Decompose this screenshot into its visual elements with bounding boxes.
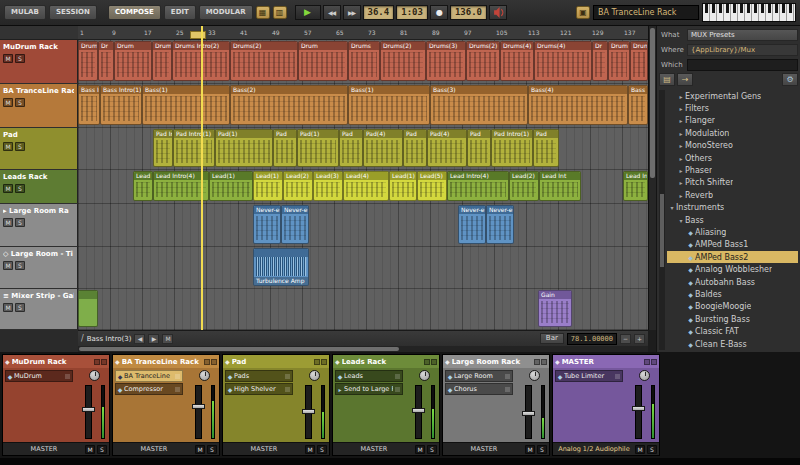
audio-mute-icon[interactable] [489, 5, 507, 20]
clip[interactable]: Pad [467, 129, 491, 167]
track-header[interactable]: ▸ Large Room RaMS [0, 204, 78, 247]
strip-solo-button[interactable]: S [207, 445, 217, 454]
track-mute-button[interactable]: M [3, 98, 13, 107]
track-lane[interactable]: Bass IntBass Intro(1)Bass(1)Bass(2)Bass(… [78, 84, 648, 128]
device-edit-button[interactable] [505, 374, 510, 379]
tree-item[interactable]: ▸MonoStereo [667, 140, 798, 152]
tree-item[interactable]: ▸Pitch Shifter [667, 177, 798, 189]
clip[interactable]: Lead Int [133, 171, 153, 201]
strip-menu-button[interactable] [101, 359, 107, 365]
horizontal-scrollbar-thumb[interactable] [79, 347, 399, 351]
tree-item[interactable]: ▾Instruments [667, 202, 798, 214]
device-slot[interactable]: ◆Large Room [445, 370, 513, 382]
strip-collapse-button[interactable] [534, 359, 540, 365]
clip[interactable]: Lead(2) [283, 171, 313, 201]
clip[interactable]: Drum [114, 41, 152, 81]
track-mute-button[interactable]: M [3, 54, 13, 63]
track-solo-button[interactable]: S [15, 184, 25, 193]
strip-menu-button[interactable] [541, 359, 547, 365]
pan-knob[interactable] [309, 370, 320, 381]
strip-mute-button[interactable]: M [415, 445, 425, 454]
strip-menu-button[interactable] [431, 359, 437, 365]
volume-fader[interactable] [81, 385, 105, 439]
clip[interactable]: Pad(4) [363, 129, 403, 167]
device-edit-button[interactable] [175, 387, 180, 392]
clip[interactable]: Never-e [458, 205, 486, 244]
tree-scrollbar[interactable] [659, 90, 665, 350]
clip[interactable]: Pad [533, 129, 559, 167]
pan-knob[interactable] [419, 370, 430, 381]
volume-fader[interactable] [631, 385, 655, 439]
tree-item[interactable]: ▸Reverb [667, 189, 798, 201]
clip[interactable]: Lead(4) [343, 171, 389, 201]
track-lane[interactable]: Gain [78, 289, 648, 330]
device-slot[interactable]: ▸Send to Large R [335, 383, 403, 395]
strip-mute-button[interactable]: M [525, 445, 535, 454]
clip[interactable]: Lead(1) [253, 171, 283, 201]
clip[interactable]: Pad Intro(1) [173, 129, 215, 167]
strip-mute-button[interactable]: M [305, 445, 315, 454]
what-select[interactable]: MUX Presets [687, 29, 798, 41]
device-edit-button[interactable] [395, 374, 400, 379]
track-mute-button[interactable]: M [3, 184, 13, 193]
go-icon[interactable]: → [677, 73, 693, 86]
fader-handle[interactable] [302, 409, 315, 414]
pan-knob[interactable] [529, 370, 540, 381]
clip[interactable]: Lead(5) [417, 171, 447, 201]
zoom-in-button[interactable]: + [634, 334, 645, 344]
track-lane[interactable]: DrumsDrDrumDrumsDrums Intro(2)Drums(2)Dr… [78, 40, 648, 84]
track-header[interactable]: BA TranceLine RackMS [0, 84, 78, 128]
track-solo-button[interactable]: S [15, 54, 25, 63]
tree-item[interactable]: ◆AMPed Bass2 [667, 251, 798, 263]
device-slot[interactable]: ◆Compressor [115, 383, 183, 395]
tree-item[interactable]: ◆Analog Wobblesher [667, 263, 798, 275]
device-slot[interactable]: ◆Chorus [445, 383, 513, 395]
tab-compose[interactable]: COMPOSE [108, 5, 161, 20]
session-menu-button[interactable]: SESSION [49, 5, 97, 20]
clip[interactable]: Lead(1) [209, 171, 253, 201]
clip[interactable]: Drums [348, 41, 380, 81]
fader-handle[interactable] [522, 411, 535, 416]
fader-handle[interactable] [192, 404, 205, 409]
clip[interactable]: Lead Int [539, 171, 581, 201]
track-mute-button[interactable]: M [3, 303, 13, 312]
layout-rows-icon[interactable]: ▥ [273, 6, 287, 19]
tree-item[interactable]: ▸Modulation [667, 127, 798, 139]
device-edit-button[interactable] [505, 387, 510, 392]
zoom-out-button[interactable]: − [620, 334, 631, 344]
clip[interactable]: Never-e [253, 205, 281, 244]
clip[interactable]: Lead(1) [389, 171, 417, 201]
strip-menu-button[interactable] [321, 359, 327, 365]
mixer-strip-header[interactable]: ◆Large Room Rack [443, 355, 549, 368]
clip[interactable]: Drums [78, 41, 98, 81]
clip[interactable]: Pad Intr [153, 129, 173, 167]
pan-knob[interactable] [89, 370, 100, 381]
clip[interactable]: Never-e [281, 205, 309, 244]
clip[interactable]: Bass(4) [528, 85, 628, 125]
clip[interactable]: Turbulence Amp [253, 248, 309, 286]
volume-fader[interactable] [191, 385, 215, 439]
mulab-menu-button[interactable]: MULAB [4, 5, 46, 20]
strip-solo-button[interactable]: S [647, 445, 657, 454]
clip[interactable]: Pad(1) [297, 129, 339, 167]
clip-mute-button[interactable]: M [162, 334, 173, 344]
strip-solo-button[interactable]: S [537, 445, 547, 454]
clip[interactable]: Dr [592, 41, 608, 81]
mixer-strip-header[interactable]: ◆MASTER [553, 355, 659, 368]
device-edit-button[interactable] [175, 374, 180, 379]
tree-item[interactable]: ▸Others [667, 152, 798, 164]
tab-edit[interactable]: EDIT [164, 5, 196, 20]
strip-solo-button[interactable]: S [317, 445, 327, 454]
prev-clip-button[interactable]: ◀ [134, 334, 145, 344]
clip[interactable]: Never-e [486, 205, 514, 244]
tree-item[interactable]: ▸Experimental Gens [667, 90, 798, 102]
volume-fader[interactable] [301, 385, 325, 439]
clip[interactable]: Pad Intro(1) [491, 129, 533, 167]
forward-button[interactable]: ▶▶ [343, 5, 361, 20]
clip[interactable]: Drums(4) [534, 41, 592, 81]
timeline-ruler[interactable]: 191725334149576573818997105113121129137 [78, 26, 648, 40]
strip-menu-button[interactable] [651, 359, 657, 365]
pan-knob[interactable] [199, 370, 210, 381]
clip[interactable]: Drum [608, 41, 630, 81]
clip[interactable]: Lead(3) [313, 171, 343, 201]
